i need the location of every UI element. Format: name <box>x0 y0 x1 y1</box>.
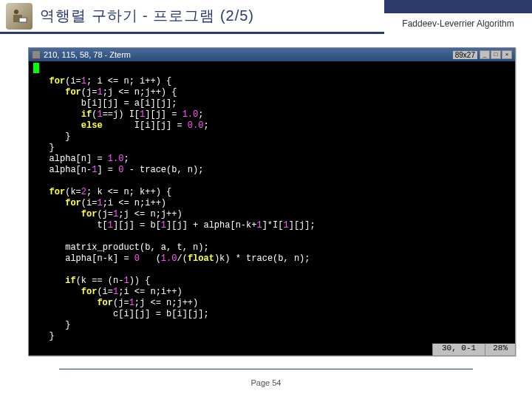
window-icon <box>32 50 41 59</box>
status-percent: 28% <box>485 344 515 355</box>
status-left <box>29 344 432 355</box>
cursor-icon <box>33 63 39 73</box>
status-position: 30, 0-1 <box>432 344 485 355</box>
maximize-button[interactable]: □ <box>491 50 501 59</box>
slide-header: 역행렬 구하기 - 프로그램 (2/5) Faddeev-Leverrier A… <box>0 0 532 34</box>
close-button[interactable]: × <box>502 50 512 59</box>
code-content: for(i=1; i <= n; i++) { for(j=1;j <= n;j… <box>33 76 511 342</box>
header-left: 역행렬 구하기 - 프로그램 (2/5) <box>0 0 384 34</box>
reader-icon <box>6 3 33 30</box>
terminal-titlebar[interactable]: 210, 115, 58, 78 - Zterm 89x27 _ □ × <box>29 48 515 61</box>
terminal-title: 210, 115, 58, 78 - Zterm <box>44 50 453 59</box>
header-right: Faddeev-Leverrier Algorithm <box>384 0 532 34</box>
page-number: Page 54 <box>0 378 532 387</box>
terminal-dimensions: 89x27 <box>453 51 477 59</box>
terminal-window: 210, 115, 58, 78 - Zterm 89x27 _ □ × for… <box>28 47 516 356</box>
slide-title: 역행렬 구하기 - 프로그램 (2/5) <box>40 6 254 26</box>
terminal-body: for(i=1; i <= n; i++) { for(j=1;j <= n;j… <box>29 61 515 344</box>
svg-point-0 <box>14 10 18 14</box>
terminal-statusbar: 30, 0-1 28% <box>29 344 515 355</box>
algorithm-label: Faddeev-Leverrier Algorithm <box>402 18 514 29</box>
minimize-button[interactable]: _ <box>480 50 490 59</box>
svg-rect-2 <box>19 18 27 22</box>
footer-divider <box>59 369 473 369</box>
